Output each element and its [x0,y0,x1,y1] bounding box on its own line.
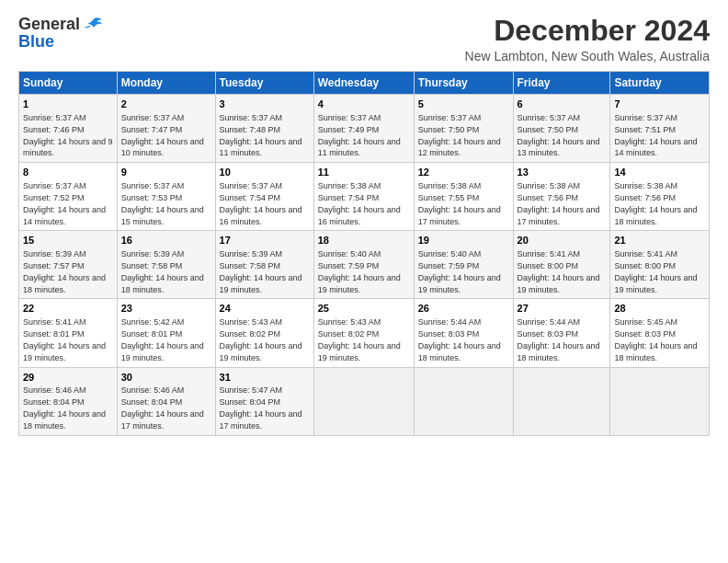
calendar-cell: 3Sunrise: 5:37 AMSunset: 7:48 PMDaylight… [215,95,313,163]
day-info: Sunrise: 5:37 AMSunset: 7:51 PMDaylight:… [614,113,697,157]
day-info: Sunrise: 5:37 AMSunset: 7:50 PMDaylight:… [418,113,501,157]
calendar-cell: 11Sunrise: 5:38 AMSunset: 7:54 PMDayligh… [313,163,414,231]
day-number: 25 [318,302,410,316]
day-number: 4 [318,98,410,111]
col-header-saturday: Saturday [610,72,710,95]
day-info: Sunrise: 5:38 AMSunset: 7:56 PMDaylight:… [518,181,600,225]
day-info: Sunrise: 5:43 AMSunset: 8:02 PMDaylight:… [220,317,302,362]
day-number: 10 [220,166,310,179]
col-header-thursday: Thursday [414,72,513,95]
calendar-cell: 30Sunrise: 5:46 AMSunset: 8:04 PMDayligh… [117,367,215,435]
day-info: Sunrise: 5:47 AMSunset: 8:04 PMDaylight:… [220,385,302,430]
calendar-cell [610,367,710,435]
calendar-cell: 27Sunrise: 5:44 AMSunset: 8:03 PMDayligh… [513,299,610,367]
day-number: 3 [220,98,310,111]
day-number: 21 [614,234,705,247]
day-number: 30 [121,371,211,385]
col-header-sunday: Sunday [19,72,118,95]
day-info: Sunrise: 5:39 AMSunset: 7:58 PMDaylight:… [220,249,302,293]
calendar-cell: 18Sunrise: 5:40 AMSunset: 7:59 PMDayligh… [313,231,414,299]
day-info: Sunrise: 5:44 AMSunset: 8:03 PMDaylight:… [418,317,501,362]
day-number: 24 [220,302,310,316]
calendar-cell: 15Sunrise: 5:39 AMSunset: 7:57 PMDayligh… [19,231,118,299]
day-number: 7 [614,98,705,111]
col-header-monday: Monday [117,72,215,95]
day-number: 27 [518,302,607,316]
calendar-cell: 2Sunrise: 5:37 AMSunset: 7:47 PMDaylight… [117,95,215,163]
day-info: Sunrise: 5:45 AMSunset: 8:03 PMDaylight:… [614,317,697,362]
day-number: 20 [518,234,607,247]
day-number: 18 [318,234,410,247]
page: General Blue December 2024 New Lambton, … [0,0,728,563]
day-info: Sunrise: 5:41 AMSunset: 8:01 PMDaylight:… [23,317,106,362]
day-number: 9 [121,166,211,179]
calendar-cell: 17Sunrise: 5:39 AMSunset: 7:58 PMDayligh… [215,231,313,299]
calendar-cell: 7Sunrise: 5:37 AMSunset: 7:51 PMDaylight… [610,95,710,163]
day-info: Sunrise: 5:38 AMSunset: 7:54 PMDaylight:… [318,181,401,225]
calendar-week-1: 1Sunrise: 5:37 AMSunset: 7:46 PMDaylight… [19,95,710,163]
day-info: Sunrise: 5:43 AMSunset: 8:02 PMDaylight:… [318,317,401,362]
calendar-week-3: 15Sunrise: 5:39 AMSunset: 7:57 PMDayligh… [19,231,710,299]
calendar-week-4: 22Sunrise: 5:41 AMSunset: 8:01 PMDayligh… [19,299,710,367]
day-number: 5 [418,98,509,111]
calendar-cell: 28Sunrise: 5:45 AMSunset: 8:03 PMDayligh… [610,299,710,367]
day-info: Sunrise: 5:38 AMSunset: 7:56 PMDaylight:… [614,181,697,225]
calendar-cell: 6Sunrise: 5:37 AMSunset: 7:50 PMDaylight… [513,95,610,163]
calendar-table: SundayMondayTuesdayWednesdayThursdayFrid… [18,71,710,435]
day-number: 28 [614,302,705,316]
day-info: Sunrise: 5:40 AMSunset: 7:59 PMDaylight:… [418,249,501,293]
calendar-cell: 25Sunrise: 5:43 AMSunset: 8:02 PMDayligh… [313,299,414,367]
day-info: Sunrise: 5:41 AMSunset: 8:00 PMDaylight:… [518,249,600,293]
calendar-cell: 16Sunrise: 5:39 AMSunset: 7:58 PMDayligh… [117,231,215,299]
day-info: Sunrise: 5:41 AMSunset: 8:00 PMDaylight:… [614,249,697,293]
day-number: 8 [23,166,113,179]
day-number: 26 [418,302,509,316]
day-info: Sunrise: 5:38 AMSunset: 7:55 PMDaylight:… [418,181,501,225]
day-number: 17 [220,234,310,247]
day-info: Sunrise: 5:37 AMSunset: 7:48 PMDaylight:… [220,113,302,157]
day-info: Sunrise: 5:42 AMSunset: 8:01 PMDaylight:… [121,317,204,362]
day-number: 2 [121,98,211,111]
calendar-cell: 12Sunrise: 5:38 AMSunset: 7:55 PMDayligh… [414,163,513,231]
title-block: December 2024 New Lambton, New South Wal… [465,15,710,63]
day-info: Sunrise: 5:37 AMSunset: 7:52 PMDaylight:… [23,181,106,225]
day-number: 1 [23,98,113,111]
day-number: 22 [23,302,113,316]
day-number: 12 [418,166,509,179]
day-info: Sunrise: 5:40 AMSunset: 7:59 PMDaylight:… [318,249,401,293]
calendar-week-5: 29Sunrise: 5:46 AMSunset: 8:04 PMDayligh… [19,367,710,435]
day-number: 6 [518,98,607,111]
logo-bird-icon [84,17,104,33]
day-info: Sunrise: 5:46 AMSunset: 8:04 PMDaylight:… [121,385,204,430]
day-number: 14 [614,166,705,179]
location: New Lambton, New South Wales, Australia [465,49,710,63]
calendar-week-2: 8Sunrise: 5:37 AMSunset: 7:52 PMDaylight… [19,163,710,231]
calendar-cell: 19Sunrise: 5:40 AMSunset: 7:59 PMDayligh… [414,231,513,299]
day-number: 13 [518,166,607,179]
col-header-tuesday: Tuesday [215,72,313,95]
day-info: Sunrise: 5:37 AMSunset: 7:50 PMDaylight:… [518,113,600,157]
calendar-cell: 23Sunrise: 5:42 AMSunset: 8:01 PMDayligh… [117,299,215,367]
calendar-cell: 21Sunrise: 5:41 AMSunset: 8:00 PMDayligh… [610,231,710,299]
calendar-cell [313,367,414,435]
calendar-cell: 4Sunrise: 5:37 AMSunset: 7:49 PMDaylight… [313,95,414,163]
day-number: 23 [121,302,211,316]
calendar-cell: 14Sunrise: 5:38 AMSunset: 7:56 PMDayligh… [610,163,710,231]
day-info: Sunrise: 5:37 AMSunset: 7:47 PMDaylight:… [121,113,204,157]
day-number: 29 [23,371,113,385]
header-row: SundayMondayTuesdayWednesdayThursdayFrid… [19,72,710,95]
calendar-cell: 24Sunrise: 5:43 AMSunset: 8:02 PMDayligh… [215,299,313,367]
day-number: 15 [23,234,113,247]
logo: General Blue [18,15,104,52]
col-header-wednesday: Wednesday [313,72,414,95]
day-info: Sunrise: 5:37 AMSunset: 7:54 PMDaylight:… [220,181,302,225]
day-number: 19 [418,234,509,247]
calendar-cell: 22Sunrise: 5:41 AMSunset: 8:01 PMDayligh… [19,299,118,367]
calendar-cell [513,367,610,435]
day-info: Sunrise: 5:46 AMSunset: 8:04 PMDaylight:… [23,385,106,430]
calendar-cell: 31Sunrise: 5:47 AMSunset: 8:04 PMDayligh… [215,367,313,435]
day-info: Sunrise: 5:39 AMSunset: 7:57 PMDaylight:… [23,249,106,293]
day-info: Sunrise: 5:37 AMSunset: 7:53 PMDaylight:… [121,181,204,225]
calendar-cell: 20Sunrise: 5:41 AMSunset: 8:00 PMDayligh… [513,231,610,299]
day-info: Sunrise: 5:37 AMSunset: 7:49 PMDaylight:… [318,113,401,157]
